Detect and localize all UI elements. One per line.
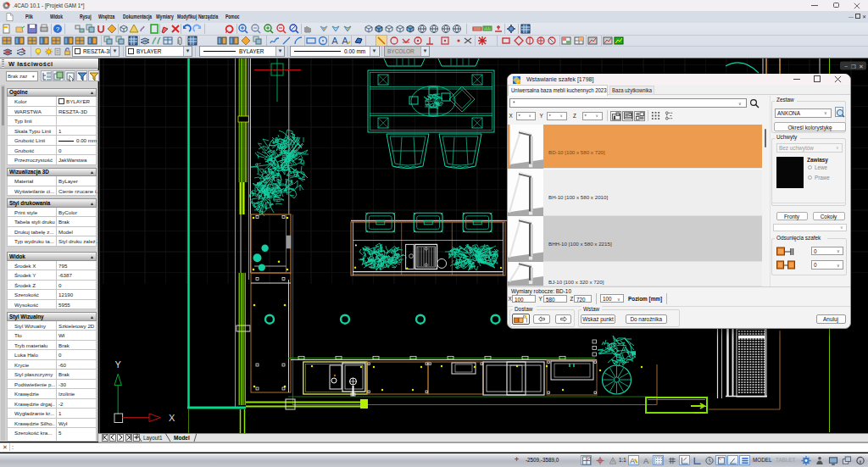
svg-text:A: A [630,457,636,465]
svg-text:X: X [169,413,175,423]
svg-text:Y: Y [115,359,122,370]
svg-text:Model: Model [174,435,190,441]
svg-text:−: − [844,64,848,69]
svg-text:A: A [342,36,348,46]
svg-text:A: A [331,36,338,46]
svg-text:Layout1: Layout1 [143,435,163,442]
svg-text:❐: ❐ [851,64,856,69]
svg-text:✕: ✕ [859,64,864,69]
svg-text:?: ? [55,25,59,33]
svg-text:A: A [643,457,649,465]
